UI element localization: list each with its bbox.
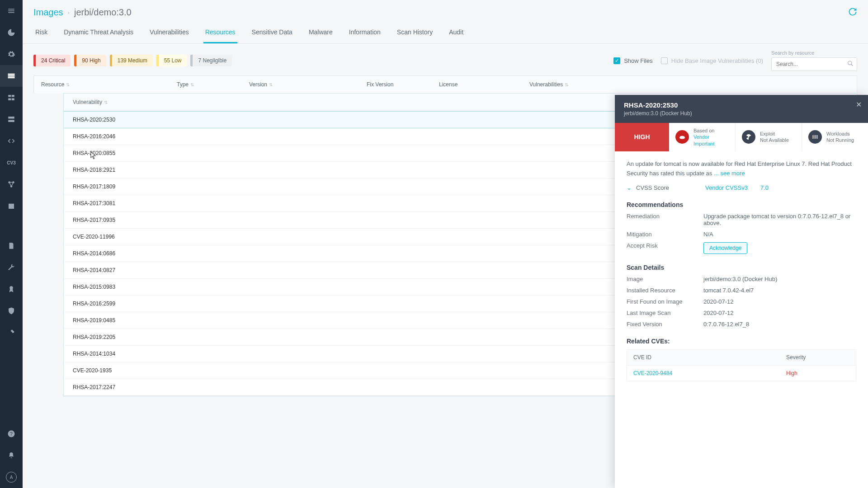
tab-sensitive-data[interactable]: Sensitive Data — [250, 22, 294, 43]
breadcrumb: Images › jerbi/demo:3.0 — [23, 0, 868, 22]
cve-col-sev: Severity — [786, 354, 849, 361]
related-cve-link[interactable]: CVE-2020-9484 — [633, 370, 786, 376]
show-files-toggle[interactable]: ✓ Show Files — [613, 57, 653, 64]
calendar-icon[interactable] — [0, 195, 23, 217]
vuln-id: RHSA-2014:0686 — [73, 250, 685, 257]
svg-point-6 — [848, 61, 852, 65]
dashboard-icon[interactable] — [0, 22, 23, 43]
tab-vulnerabilities[interactable]: Vulnerabilities — [148, 22, 191, 43]
cve-col-id: CVE ID — [633, 354, 786, 361]
cv3-icon[interactable]: CV3 — [0, 152, 23, 174]
col-vulnerabilities[interactable]: Vulnerabilities⇅ — [529, 81, 849, 88]
search-wrap: Search by resource — [771, 50, 857, 71]
description-text: An update for tomcat is now available fo… — [627, 160, 856, 178]
servers-icon[interactable] — [0, 108, 23, 130]
vuln-id: RHSA-2017:3081 — [73, 200, 685, 206]
wrench-icon[interactable] — [0, 257, 23, 278]
gear-icon[interactable] — [0, 43, 23, 65]
vulnerability-detail-panel: RHSA-2020:2530 jerbi/demo:3.0 (Docker Hu… — [615, 95, 868, 488]
panel-body: An update for tomcat is now available fo… — [615, 151, 868, 488]
cvss-vendor-link[interactable]: Vendor CVSSv3 — [705, 184, 748, 191]
radiation-icon — [742, 130, 755, 144]
vuln-id: RHSA-2019:2205 — [73, 334, 685, 340]
vuln-id: RHSA-2016:2599 — [73, 300, 685, 307]
pill-critical[interactable]: 24 Critical — [33, 55, 71, 66]
bell-icon[interactable] — [0, 445, 23, 466]
chevron-down-icon[interactable]: ⌄ — [627, 184, 632, 191]
panel-title: RHSA-2020:2530 — [624, 101, 859, 109]
code-icon[interactable] — [0, 130, 23, 152]
left-nav: CV3 ? A — [0, 0, 23, 488]
related-cves-section: Related CVEs: CVE ID Severity CVE-2020-9… — [627, 338, 856, 381]
hide-base-toggle[interactable]: Hide Base Image Vulnerabilities (0) — [661, 57, 763, 64]
related-cve-severity: High — [786, 370, 849, 376]
severity-pill-row: 24 Critical 90 High 139 Medium 55 Low 7 … — [23, 44, 868, 75]
user-avatar[interactable]: A — [0, 466, 23, 488]
pill-negligible[interactable]: 7 Negligible — [190, 55, 232, 66]
sort-icon: ⇅ — [190, 82, 194, 87]
chevron-right-icon: › — [68, 9, 70, 16]
based-on-status: Based onVendor Important — [669, 123, 736, 151]
panel-subtitle: jerbi/demo:3.0 (Docker Hub) — [624, 110, 859, 117]
related-cves-table: CVE ID Severity CVE-2020-9484 High — [627, 349, 856, 381]
tab-information[interactable]: Information — [347, 22, 382, 43]
workloads-status: WorkloadsNot Running — [802, 123, 868, 151]
vuln-id: RHSA-2017:1809 — [73, 183, 685, 190]
vuln-id: RHSA-2019:0485 — [73, 317, 685, 324]
ribbon-icon[interactable] — [0, 278, 23, 300]
image-link[interactable]: jerbi/demo:3.0 (Docker Hub) — [703, 276, 856, 282]
cvss-row: ⌄ CVSS Score Vendor CVSSv3 7.0 — [627, 184, 856, 191]
checkbox-off-icon — [661, 57, 668, 64]
tab-audit[interactable]: Audit — [447, 22, 465, 43]
vuln-id: CVE-2020-11996 — [73, 234, 685, 240]
col-resource[interactable]: Resource⇅ — [41, 81, 177, 88]
acknowledge-button[interactable]: Acknowledge — [703, 242, 747, 254]
tab-scan-history[interactable]: Scan History — [395, 22, 434, 43]
col-license: License — [439, 81, 529, 88]
pill-low[interactable]: 55 Low — [156, 55, 187, 66]
pill-high[interactable]: 90 High — [74, 55, 106, 66]
severity-badge: HIGH — [615, 123, 669, 151]
panel-header: RHSA-2020:2530 jerbi/demo:3.0 (Docker Hu… — [615, 95, 868, 123]
col-vulnerability[interactable]: Vulnerability⇅ — [73, 99, 685, 105]
redhat-icon — [675, 130, 689, 144]
tab-risk[interactable]: Risk — [33, 22, 49, 43]
col-type[interactable]: Type⇅ — [177, 81, 249, 88]
svg-point-3 — [9, 286, 13, 290]
menu-icon[interactable] — [0, 0, 23, 22]
pill-medium[interactable]: 139 Medium — [110, 55, 153, 66]
sort-icon: ⇅ — [269, 82, 273, 87]
vuln-id: RHSA-2016:2046 — [73, 133, 685, 140]
barcode-icon — [808, 130, 822, 144]
vuln-id: RHSA-2020:2530 — [73, 117, 685, 123]
refresh-icon[interactable] — [848, 7, 857, 18]
shield-icon[interactable] — [0, 300, 23, 322]
close-icon[interactable]: ✕ — [856, 100, 862, 109]
sort-icon: ⇅ — [104, 100, 108, 105]
see-more-link[interactable]: ... see more — [714, 170, 745, 177]
breadcrumb-root[interactable]: Images — [33, 7, 63, 18]
vuln-id: RHSA-2017:0935 — [73, 217, 685, 223]
checkbox-on-icon: ✓ — [613, 57, 620, 64]
breadcrumb-current: jerbi/demo:3.0 — [74, 7, 132, 18]
tools-icon[interactable] — [0, 322, 23, 343]
report-icon[interactable] — [0, 235, 23, 257]
vuln-id: RHSA-2014:0827 — [73, 267, 685, 273]
panel-status-bar: HIGH Based onVendor Important ExploitNot… — [615, 123, 868, 151]
tab-bar: Risk Dynamic Threat Analysis Vulnerabili… — [23, 22, 868, 44]
search-label: Search by resource — [771, 50, 857, 56]
workloads-icon[interactable] — [0, 87, 23, 108]
vuln-id: RHSA-2014:1034 — [73, 351, 685, 357]
tab-malware[interactable]: Malware — [307, 22, 335, 43]
tab-resources[interactable]: Resources — [203, 22, 237, 43]
exploit-status: ExploitNot Available — [736, 123, 802, 151]
images-icon[interactable] — [0, 65, 23, 87]
search-input[interactable] — [771, 57, 857, 71]
help-icon[interactable]: ? — [0, 423, 23, 445]
recommendations-section: Recommendations RemediationUpgrade packa… — [627, 201, 856, 254]
network-icon[interactable] — [0, 174, 23, 195]
vuln-id: RHSA-2018:2921 — [73, 167, 685, 173]
tab-dta[interactable]: Dynamic Threat Analysis — [62, 22, 135, 43]
col-version[interactable]: Version⇅ — [249, 81, 367, 88]
vuln-id: CVE-2020-1935 — [73, 367, 685, 374]
